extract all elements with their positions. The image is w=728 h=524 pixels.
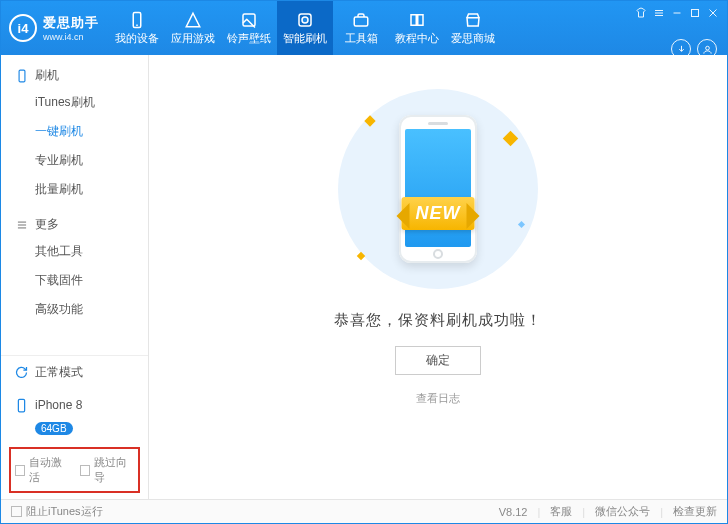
sidebar-item-other-tools[interactable]: 其他工具 xyxy=(1,237,148,266)
menu-icon[interactable] xyxy=(653,7,665,19)
maximize-button[interactable] xyxy=(689,7,701,19)
checkbox-label: 阻止iTunes运行 xyxy=(26,504,103,519)
device-name: iPhone 8 xyxy=(35,398,82,412)
nav-store[interactable]: 爱思商城 xyxy=(445,1,501,55)
mode-label: 正常模式 xyxy=(35,364,83,381)
skip-guide-checkbox[interactable]: 跳过向导 xyxy=(80,455,135,485)
view-log-link[interactable]: 查看日志 xyxy=(416,391,460,406)
ok-button[interactable]: 确定 xyxy=(395,346,481,375)
nav-label: 工具箱 xyxy=(345,31,378,46)
apps-icon xyxy=(184,11,202,29)
options-box: 自动激活 跳过向导 xyxy=(9,447,140,493)
main-panel: NEW 恭喜您，保资料刷机成功啦！ 确定 查看日志 xyxy=(149,55,727,499)
nav-label: 智能刷机 xyxy=(283,31,327,46)
sidebar-group-more[interactable]: 更多 xyxy=(1,212,148,237)
sidebar-group-flash[interactable]: 刷机 xyxy=(1,63,148,88)
close-button[interactable] xyxy=(707,7,719,19)
checkbox-label: 自动激活 xyxy=(29,455,69,485)
phone-outline-icon xyxy=(15,69,29,83)
store-icon xyxy=(464,11,482,29)
device-row[interactable]: iPhone 8 xyxy=(1,389,148,421)
svg-rect-17 xyxy=(18,399,24,412)
device-icon xyxy=(13,397,29,413)
phone-icon xyxy=(128,11,146,29)
svg-point-12 xyxy=(705,46,709,50)
success-illustration: NEW xyxy=(338,89,538,289)
nav-ringtones[interactable]: 铃声壁纸 xyxy=(221,1,277,55)
nav-toolbox[interactable]: 工具箱 xyxy=(333,1,389,55)
minimize-button[interactable] xyxy=(671,7,683,19)
wallpaper-icon xyxy=(240,11,258,29)
version-label: V8.12 xyxy=(499,506,528,518)
support-link[interactable]: 客服 xyxy=(550,504,572,519)
list-icon xyxy=(15,218,29,232)
top-nav: 我的设备 应用游戏 铃声壁纸 智能刷机 工具箱 教程中心 xyxy=(109,1,501,55)
sidebar-bottom: 正常模式 iPhone 8 64GB 自动激活 跳过向导 xyxy=(1,355,148,499)
capacity-badge: 64GB xyxy=(35,422,73,435)
app-window: i4 爱思助手 www.i4.cn 我的设备 应用游戏 铃声壁纸 智能刷机 xyxy=(0,0,728,524)
sidebar: 刷机 iTunes刷机 一键刷机 专业刷机 批量刷机 更多 其他工具 下载固件 … xyxy=(1,55,149,499)
flash-icon xyxy=(296,11,314,29)
skin-icon[interactable] xyxy=(635,7,647,19)
checkbox-label: 跳过向导 xyxy=(94,455,134,485)
sidebar-item-oneclick-flash[interactable]: 一键刷机 xyxy=(1,117,148,146)
sidebar-item-download-firmware[interactable]: 下载固件 xyxy=(1,266,148,295)
block-itunes-checkbox[interactable]: 阻止iTunes运行 xyxy=(11,504,103,519)
logo: i4 爱思助手 www.i4.cn xyxy=(1,1,109,55)
nav-label: 教程中心 xyxy=(395,31,439,46)
logo-title: 爱思助手 xyxy=(43,14,99,32)
refresh-icon xyxy=(13,365,29,381)
nav-label: 爱思商城 xyxy=(451,31,495,46)
sidebar-item-itunes-flash[interactable]: iTunes刷机 xyxy=(1,88,148,117)
book-icon xyxy=(408,11,426,29)
logo-icon: i4 xyxy=(9,14,37,42)
update-link[interactable]: 检查更新 xyxy=(673,504,717,519)
sidebar-item-advanced[interactable]: 高级功能 xyxy=(1,295,148,324)
sidebar-item-batch-flash[interactable]: 批量刷机 xyxy=(1,175,148,204)
sidebar-group-label: 更多 xyxy=(35,216,59,233)
svg-rect-13 xyxy=(19,70,25,82)
header-right xyxy=(635,1,727,55)
logo-subtitle: www.i4.cn xyxy=(43,32,99,42)
phone-graphic xyxy=(399,115,477,263)
nav-label: 应用游戏 xyxy=(171,31,215,46)
new-ribbon: NEW xyxy=(402,197,475,230)
success-message: 恭喜您，保资料刷机成功啦！ xyxy=(334,311,542,330)
nav-tutorials[interactable]: 教程中心 xyxy=(389,1,445,55)
auto-activate-checkbox[interactable]: 自动激活 xyxy=(15,455,70,485)
toolbox-icon xyxy=(352,11,370,29)
svg-rect-9 xyxy=(692,10,699,17)
nav-apps[interactable]: 应用游戏 xyxy=(165,1,221,55)
svg-rect-4 xyxy=(354,17,368,26)
sidebar-item-pro-flash[interactable]: 专业刷机 xyxy=(1,146,148,175)
nav-label: 铃声壁纸 xyxy=(227,31,271,46)
status-bar: 阻止iTunes运行 V8.12 | 客服 | 微信公众号 | 检查更新 xyxy=(1,499,727,523)
app-header: i4 爱思助手 www.i4.cn 我的设备 应用游戏 铃声壁纸 智能刷机 xyxy=(1,1,727,55)
wechat-link[interactable]: 微信公众号 xyxy=(595,504,650,519)
nav-flash[interactable]: 智能刷机 xyxy=(277,1,333,55)
window-controls xyxy=(635,1,727,19)
sidebar-group-label: 刷机 xyxy=(35,67,59,84)
nav-my-device[interactable]: 我的设备 xyxy=(109,1,165,55)
nav-label: 我的设备 xyxy=(115,31,159,46)
app-body: 刷机 iTunes刷机 一键刷机 专业刷机 批量刷机 更多 其他工具 下载固件 … xyxy=(1,55,727,499)
svg-rect-2 xyxy=(243,14,255,26)
mode-row[interactable]: 正常模式 xyxy=(1,356,148,389)
